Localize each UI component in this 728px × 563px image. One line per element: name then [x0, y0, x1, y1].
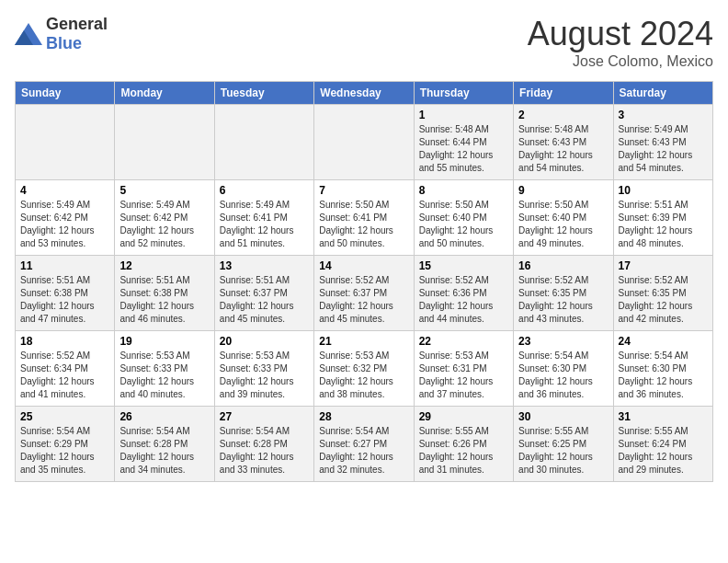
- day-info: Sunrise: 5:53 AMSunset: 6:33 PMDaylight:…: [220, 350, 309, 401]
- column-header-friday: Friday: [514, 82, 613, 105]
- calendar-cell: 18Sunrise: 5:52 AMSunset: 6:34 PMDayligh…: [16, 331, 115, 407]
- calendar-week-row: 4Sunrise: 5:49 AMSunset: 6:42 PMDaylight…: [16, 180, 713, 256]
- day-number: 12: [119, 259, 209, 272]
- calendar-cell: 8Sunrise: 5:50 AMSunset: 6:40 PMDaylight…: [414, 180, 513, 256]
- day-number: 19: [119, 335, 209, 348]
- logo-general: General: [46, 15, 108, 33]
- day-info: Sunrise: 5:53 AMSunset: 6:33 PMDaylight:…: [119, 350, 209, 401]
- calendar-cell: 19Sunrise: 5:53 AMSunset: 6:33 PMDayligh…: [115, 331, 214, 407]
- calendar-cell: 3Sunrise: 5:49 AMSunset: 6:43 PMDaylight…: [613, 105, 712, 180]
- day-number: 18: [20, 335, 109, 348]
- day-number: 29: [419, 410, 508, 423]
- day-info: Sunrise: 5:50 AMSunset: 6:40 PMDaylight:…: [419, 199, 508, 250]
- day-info: Sunrise: 5:55 AMSunset: 6:25 PMDaylight:…: [518, 425, 608, 477]
- day-info: Sunrise: 5:54 AMSunset: 6:27 PMDaylight:…: [319, 425, 408, 477]
- day-info: Sunrise: 5:54 AMSunset: 6:28 PMDaylight:…: [119, 425, 209, 477]
- day-number: 27: [220, 410, 309, 423]
- calendar-cell: 29Sunrise: 5:55 AMSunset: 6:26 PMDayligh…: [414, 407, 513, 482]
- day-info: Sunrise: 5:50 AMSunset: 6:41 PMDaylight:…: [319, 199, 408, 250]
- calendar-table: SundayMondayTuesdayWednesdayThursdayFrid…: [15, 81, 713, 482]
- day-number: 30: [518, 410, 608, 423]
- day-info: Sunrise: 5:55 AMSunset: 6:26 PMDaylight:…: [419, 425, 508, 477]
- day-number: 4: [20, 184, 109, 197]
- calendar-cell: 23Sunrise: 5:54 AMSunset: 6:30 PMDayligh…: [514, 331, 613, 407]
- calendar-cell: 27Sunrise: 5:54 AMSunset: 6:28 PMDayligh…: [214, 407, 313, 482]
- day-info: Sunrise: 5:55 AMSunset: 6:24 PMDaylight:…: [619, 425, 708, 477]
- calendar-cell: 17Sunrise: 5:52 AMSunset: 6:35 PMDayligh…: [613, 256, 712, 331]
- day-number: 26: [119, 410, 209, 423]
- calendar-week-row: 1Sunrise: 5:48 AMSunset: 6:44 PMDaylight…: [16, 105, 713, 180]
- day-info: Sunrise: 5:48 AMSunset: 6:43 PMDaylight:…: [518, 123, 608, 175]
- day-number: 28: [319, 410, 408, 423]
- calendar-cell: 22Sunrise: 5:53 AMSunset: 6:31 PMDayligh…: [414, 331, 513, 407]
- calendar-cell: 5Sunrise: 5:49 AMSunset: 6:42 PMDaylight…: [115, 180, 214, 256]
- calendar-cell: 4Sunrise: 5:49 AMSunset: 6:42 PMDaylight…: [16, 180, 115, 256]
- day-number: 25: [20, 410, 109, 423]
- day-info: Sunrise: 5:54 AMSunset: 6:30 PMDaylight:…: [619, 350, 708, 401]
- day-number: 31: [619, 410, 708, 423]
- day-number: 22: [419, 335, 508, 348]
- calendar-week-row: 11Sunrise: 5:51 AMSunset: 6:38 PMDayligh…: [16, 256, 713, 331]
- calendar-cell: 21Sunrise: 5:53 AMSunset: 6:32 PMDayligh…: [314, 331, 414, 407]
- logo-blue: Blue: [46, 34, 82, 52]
- calendar-week-row: 18Sunrise: 5:52 AMSunset: 6:34 PMDayligh…: [16, 331, 713, 407]
- calendar-cell: 28Sunrise: 5:54 AMSunset: 6:27 PMDayligh…: [314, 407, 414, 482]
- day-info: Sunrise: 5:51 AMSunset: 6:37 PMDaylight:…: [220, 274, 309, 326]
- calendar-cell: [115, 105, 214, 180]
- calendar-cell: 13Sunrise: 5:51 AMSunset: 6:37 PMDayligh…: [214, 256, 313, 331]
- day-number: 9: [518, 184, 608, 197]
- calendar-cell: 7Sunrise: 5:50 AMSunset: 6:41 PMDaylight…: [314, 180, 414, 256]
- column-header-sunday: Sunday: [16, 82, 115, 105]
- day-number: 6: [220, 184, 309, 197]
- column-header-saturday: Saturday: [613, 82, 712, 105]
- calendar-cell: 14Sunrise: 5:52 AMSunset: 6:37 PMDayligh…: [314, 256, 414, 331]
- day-info: Sunrise: 5:54 AMSunset: 6:28 PMDaylight:…: [220, 425, 309, 477]
- day-number: 21: [319, 335, 408, 348]
- column-header-monday: Monday: [115, 82, 214, 105]
- day-info: Sunrise: 5:52 AMSunset: 6:36 PMDaylight:…: [419, 274, 508, 326]
- day-info: Sunrise: 5:52 AMSunset: 6:35 PMDaylight:…: [619, 274, 708, 326]
- calendar-cell: 2Sunrise: 5:48 AMSunset: 6:43 PMDaylight…: [514, 105, 613, 180]
- day-number: 13: [220, 259, 309, 272]
- day-info: Sunrise: 5:49 AMSunset: 6:42 PMDaylight:…: [119, 199, 209, 250]
- calendar-body: 1Sunrise: 5:48 AMSunset: 6:44 PMDaylight…: [16, 105, 713, 482]
- calendar-cell: 6Sunrise: 5:49 AMSunset: 6:41 PMDaylight…: [214, 180, 313, 256]
- day-info: Sunrise: 5:49 AMSunset: 6:42 PMDaylight:…: [20, 199, 109, 250]
- calendar-header-row: SundayMondayTuesdayWednesdayThursdayFrid…: [16, 82, 713, 105]
- calendar-cell: 9Sunrise: 5:50 AMSunset: 6:40 PMDaylight…: [514, 180, 613, 256]
- calendar-cell: [16, 105, 115, 180]
- day-info: Sunrise: 5:54 AMSunset: 6:30 PMDaylight:…: [518, 350, 608, 401]
- calendar-week-row: 25Sunrise: 5:54 AMSunset: 6:29 PMDayligh…: [16, 407, 713, 482]
- calendar-cell: 16Sunrise: 5:52 AMSunset: 6:35 PMDayligh…: [514, 256, 613, 331]
- day-number: 3: [619, 109, 708, 121]
- day-number: 10: [619, 184, 708, 197]
- calendar-cell: [314, 105, 414, 180]
- calendar-cell: 20Sunrise: 5:53 AMSunset: 6:33 PMDayligh…: [214, 331, 313, 407]
- column-header-thursday: Thursday: [414, 82, 513, 105]
- calendar-cell: 24Sunrise: 5:54 AMSunset: 6:30 PMDayligh…: [613, 331, 712, 407]
- calendar-cell: 30Sunrise: 5:55 AMSunset: 6:25 PMDayligh…: [514, 407, 613, 482]
- day-info: Sunrise: 5:53 AMSunset: 6:31 PMDaylight:…: [419, 350, 508, 401]
- calendar-cell: 1Sunrise: 5:48 AMSunset: 6:44 PMDaylight…: [414, 105, 513, 180]
- day-number: 8: [419, 184, 508, 197]
- day-info: Sunrise: 5:48 AMSunset: 6:44 PMDaylight:…: [419, 123, 508, 175]
- day-number: 17: [619, 259, 708, 272]
- day-number: 14: [319, 259, 408, 272]
- day-info: Sunrise: 5:52 AMSunset: 6:35 PMDaylight:…: [518, 274, 608, 326]
- day-info: Sunrise: 5:51 AMSunset: 6:38 PMDaylight:…: [20, 274, 109, 326]
- day-number: 7: [319, 184, 408, 197]
- calendar-cell: 11Sunrise: 5:51 AMSunset: 6:38 PMDayligh…: [16, 256, 115, 331]
- calendar-cell: 15Sunrise: 5:52 AMSunset: 6:36 PMDayligh…: [414, 256, 513, 331]
- day-number: 1: [419, 109, 508, 121]
- day-number: 24: [619, 335, 708, 348]
- day-info: Sunrise: 5:50 AMSunset: 6:40 PMDaylight:…: [518, 199, 608, 250]
- day-info: Sunrise: 5:51 AMSunset: 6:39 PMDaylight:…: [619, 199, 708, 250]
- day-number: 20: [220, 335, 309, 348]
- day-info: Sunrise: 5:49 AMSunset: 6:43 PMDaylight:…: [619, 123, 708, 175]
- calendar-cell: 25Sunrise: 5:54 AMSunset: 6:29 PMDayligh…: [16, 407, 115, 482]
- day-number: 15: [419, 259, 508, 272]
- day-info: Sunrise: 5:54 AMSunset: 6:29 PMDaylight:…: [20, 425, 109, 477]
- calendar-cell: 10Sunrise: 5:51 AMSunset: 6:39 PMDayligh…: [613, 180, 712, 256]
- day-number: 5: [119, 184, 209, 197]
- day-info: Sunrise: 5:51 AMSunset: 6:38 PMDaylight:…: [119, 274, 209, 326]
